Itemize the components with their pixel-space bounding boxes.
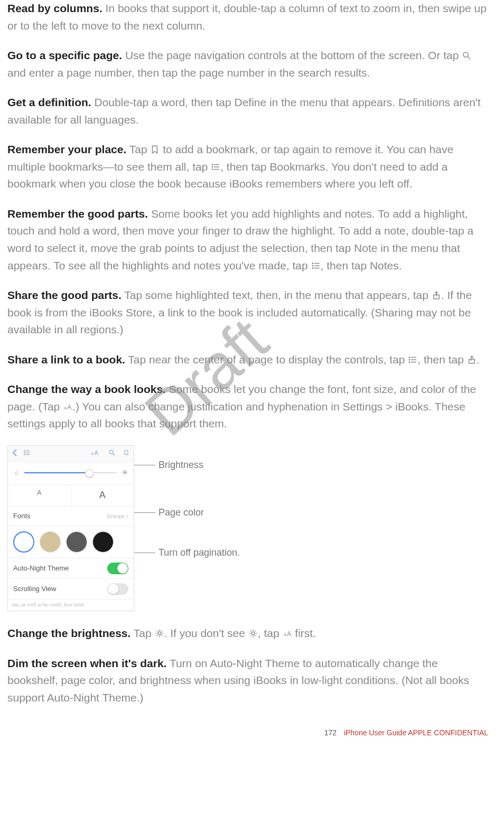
auto-night-toggle[interactable] [107, 563, 128, 574]
color-black[interactable] [92, 531, 114, 553]
text-size-icon: AA [283, 629, 292, 638]
paragraph-share-link: Share a link to a book. Tap near the cen… [7, 351, 488, 369]
scrolling-label: Scrolling View [13, 584, 56, 594]
callout-line [134, 465, 155, 465]
svg-text:A: A [284, 632, 286, 637]
toc-icon [311, 261, 321, 270]
lead: Go to a specific page. [7, 49, 122, 61]
svg-text:A: A [67, 403, 71, 410]
brightness-slider[interactable] [24, 472, 117, 473]
body: , tap [258, 627, 283, 639]
callout-text: Brightness [158, 458, 203, 473]
lead: Share a link to a book. [7, 353, 125, 366]
lead: Read by columns. [7, 2, 102, 14]
svg-point-15 [409, 357, 410, 358]
share-icon [432, 291, 441, 300]
svg-line-41 [156, 635, 157, 637]
fonts-row[interactable]: Fonts Iowan› [8, 507, 134, 526]
chevron-right-icon: › [126, 512, 128, 520]
svg-point-17 [409, 359, 410, 360]
callout-labels: Brightness Page color Turn off paginatio… [134, 445, 240, 593]
appearance-panel-figure: AA ☼ ☀ A A Fonts Iowan› Auto-Night Theme [7, 445, 488, 611]
brightness-icon [248, 629, 258, 638]
callout-page-color: Page color [134, 506, 240, 520]
body: Tap [130, 627, 154, 639]
callout-text: Turn off pagination. [158, 546, 240, 560]
paragraph-share-good-parts: Share the good parts. Tap some highlight… [7, 287, 488, 339]
fonts-label: Fonts [13, 511, 31, 521]
svg-line-50 [250, 635, 251, 637]
color-gray[interactable] [66, 531, 87, 553]
increase-font-button[interactable]: A [71, 485, 134, 506]
svg-line-1 [468, 57, 471, 59]
auto-night-row: Auto-Night Theme [8, 558, 134, 579]
svg-point-8 [312, 263, 313, 264]
toc-icon [408, 355, 417, 364]
svg-text:A: A [95, 450, 99, 456]
svg-point-26 [24, 452, 25, 453]
fonts-value: Iowan [107, 512, 124, 520]
page-number: 172 [324, 728, 337, 737]
callout-text: Page color [158, 506, 204, 520]
svg-point-0 [463, 52, 468, 57]
search-icon [108, 448, 116, 460]
scrolling-view-row: Scrolling View [8, 579, 134, 600]
body: .) You can also change justification and… [7, 400, 465, 430]
body: Tap [126, 143, 150, 155]
svg-point-2 [212, 164, 213, 165]
brightness-low-icon: ☼ [13, 467, 20, 479]
text-size-icon: AA [63, 402, 72, 411]
text-size-icon: AA [90, 448, 101, 460]
svg-point-34 [158, 632, 161, 635]
svg-point-24 [24, 451, 25, 451]
body: , then tap Notes. [321, 259, 402, 272]
font-size-row: A A [8, 484, 134, 507]
toc-icon [23, 448, 31, 460]
paragraph-good-parts: Remember the good parts. Some books let … [7, 205, 488, 274]
lead: Get a definition. [7, 96, 91, 108]
brightness-slider-row: ☼ ☀ [8, 463, 134, 485]
paragraph-definition: Get a definition. Double-tap a word, the… [7, 94, 488, 128]
svg-line-48 [250, 631, 251, 632]
paragraph-change-look: Change the way a book looks. Some books … [7, 381, 488, 433]
body: . [477, 353, 480, 366]
lead: Change the brightness. [7, 627, 130, 639]
body: . If you don't see [164, 627, 248, 639]
paragraph-specific-page: Go to a specific page. Use the page navi… [7, 47, 488, 81]
svg-point-43 [251, 632, 255, 635]
color-sepia[interactable] [40, 531, 61, 553]
callout-brightness: Brightness [134, 458, 240, 473]
svg-text:A: A [287, 630, 291, 637]
decrease-font-button[interactable]: A [8, 485, 71, 506]
panel-cut-text: me, as well as he could, how kind [8, 600, 134, 611]
svg-point-10 [312, 265, 313, 266]
lead: Change the way a book looks. [7, 383, 166, 395]
body: , then tap [417, 353, 466, 366]
svg-line-33 [113, 454, 115, 456]
svg-line-49 [255, 635, 256, 637]
svg-line-42 [161, 631, 162, 632]
scrolling-toggle[interactable] [107, 583, 128, 595]
color-white[interactable] [13, 531, 34, 553]
svg-text:A: A [91, 452, 94, 455]
body: Tap some highlighted text, then, in the … [122, 289, 432, 301]
svg-line-39 [156, 631, 157, 632]
svg-point-6 [212, 169, 213, 170]
panel-toolbar: AA [8, 446, 134, 463]
paragraph-dim-dark: Dim the screen when it's dark. Turn on A… [7, 655, 488, 707]
callout-pagination: Turn off pagination. [134, 546, 240, 560]
svg-line-40 [161, 635, 162, 637]
appearance-panel: AA ☼ ☀ A A Fonts Iowan› Auto-Night Theme [7, 445, 134, 611]
search-icon [462, 51, 471, 60]
brightness-high-icon: ☀ [121, 466, 128, 480]
svg-point-19 [409, 362, 410, 363]
svg-point-4 [212, 166, 213, 167]
auto-night-label: Auto-Night Theme [13, 563, 69, 574]
bookmark-icon [150, 145, 160, 154]
footer-text: iPhone User Guide APPLE CONFIDENTIAL [344, 728, 488, 737]
callout-line [134, 553, 155, 553]
lead: Share the good parts. [7, 289, 122, 301]
svg-point-32 [109, 450, 113, 454]
back-icon [12, 448, 17, 460]
lead: Remember the good parts. [7, 208, 148, 220]
